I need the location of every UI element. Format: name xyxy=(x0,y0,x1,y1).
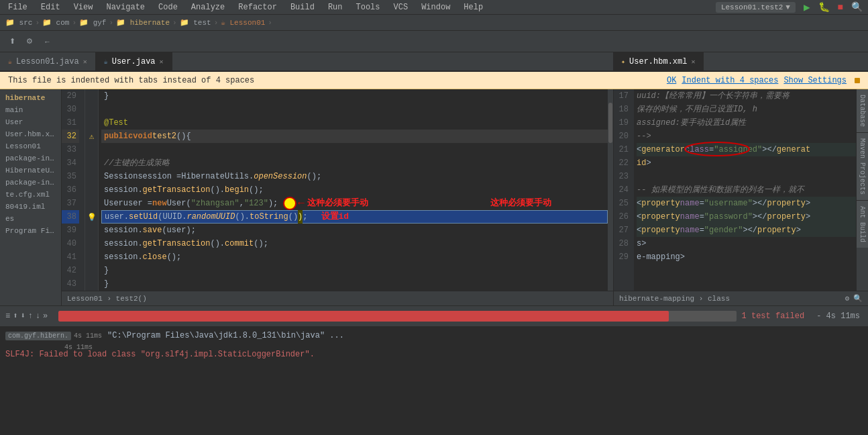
scroll-thumb[interactable] xyxy=(608,103,612,143)
menu-build[interactable]: Build xyxy=(288,1,317,13)
sidebar-item-es[interactable]: es xyxy=(0,213,61,225)
tab-user-hbm-label: User.hbm.xml xyxy=(629,57,687,66)
code-line-33 xyxy=(101,143,608,156)
breadcrumb-src[interactable]: 📁 src xyxy=(5,18,32,27)
code-line-34: //主键的生成策略 xyxy=(101,156,608,170)
ant-panel-label[interactable]: Ant Build xyxy=(857,201,868,248)
menu-window[interactable]: Window xyxy=(419,1,453,13)
java-icon-user: ☕ xyxy=(104,58,108,66)
status-result: 1 test failed - 4s 11ms xyxy=(742,311,868,321)
sidebar-item-lesson01[interactable]: Lesson01 xyxy=(0,140,61,152)
status-icon-1[interactable]: ≡ xyxy=(5,311,10,321)
toolbar-btn-3[interactable]: ← xyxy=(40,35,55,48)
status-icon-5[interactable]: ↓ xyxy=(36,311,40,321)
sidebar-item-program[interactable]: Program Files xyxy=(0,225,61,237)
xml-line-25: <property name="username"></property> xyxy=(637,197,856,210)
menu-tools[interactable]: Tools xyxy=(354,1,383,13)
code-line-41: session.close(); xyxy=(101,250,608,264)
menu-code[interactable]: Code xyxy=(156,1,180,13)
xml-editor[interactable]: 17 18 19 20 21 22 23 24 25 26 27 28 29 xyxy=(614,89,868,291)
console-time-1: 4s 11ms xyxy=(74,332,102,340)
breadcrumb-test[interactable]: 📁 test xyxy=(180,18,211,27)
status-icon-3[interactable]: ⬇ xyxy=(20,311,25,321)
indent-link[interactable]: Indent with 4 spaces xyxy=(682,76,778,85)
editor-scrollbar[interactable] xyxy=(608,89,613,291)
maven-panel-label[interactable]: Maven Projects xyxy=(857,133,868,201)
code-line-32: public void test2(){ xyxy=(101,130,608,143)
show-settings-link[interactable]: Show Settings xyxy=(783,76,847,85)
ok-link[interactable]: OK xyxy=(667,76,676,85)
console-area: com.gyf.hibern. 4s 11ms "C:\Program File… xyxy=(0,326,868,379)
xml-breadcrumb-text: hibernate-mapping › class xyxy=(619,295,730,303)
run-config-dropdown[interactable]: ▼ xyxy=(785,3,790,11)
project-sidebar: hibernate main User User.hbm.xml Lesson0… xyxy=(0,89,62,305)
xml-line-28: s> xyxy=(637,237,856,250)
toolbar: ⬆ ⚙ ← xyxy=(0,31,868,52)
tab-user-java[interactable]: ☕ User.java ✕ xyxy=(96,52,172,70)
code-content[interactable]: } @Test public void test2(){ xyxy=(99,89,608,291)
progress-bar xyxy=(58,311,736,322)
menu-analyze[interactable]: Analyze xyxy=(188,1,227,13)
sidebar-item-package-info2[interactable]: package-info.j xyxy=(0,177,61,189)
tab-lesson01-close[interactable]: ✕ xyxy=(83,58,87,66)
code-line-29: } xyxy=(101,89,608,103)
code-line-42: } xyxy=(101,264,608,277)
breadcrumb-gyf[interactable]: 📁 gyf xyxy=(79,18,106,27)
breadcrumb-lesson01[interactable]: ☕ Lesson01 xyxy=(221,18,265,27)
xml-line-26: <property name="password"></property> xyxy=(637,210,856,224)
line-numbers: 29 30 31 32 33 34 35 36 37 38 39 40 41 4… xyxy=(62,89,85,291)
menu-help[interactable]: Help xyxy=(461,1,486,13)
status-icon-4[interactable]: ↑ xyxy=(28,311,33,321)
test-result: 1 test failed xyxy=(742,311,813,321)
sidebar-item-hibernateutils[interactable]: HibernateUtils xyxy=(0,164,61,177)
breadcrumb-com[interactable]: 📁 com xyxy=(42,18,69,27)
console-label-1: com.gyf.hibern. xyxy=(5,332,71,340)
console-text-2: SLF4J: Failed to load class "org.slf4j.i… xyxy=(5,350,315,359)
menu-file[interactable]: File xyxy=(5,1,30,13)
xml-line-24: -- 如果模型的属性和数据库的列名一样，就不 xyxy=(637,183,856,197)
tab-user-hbm[interactable]: ✦ User.hbm.xml ✕ xyxy=(613,52,704,70)
stop-button[interactable]: ■ xyxy=(838,2,843,13)
tab-xml-close[interactable]: ✕ xyxy=(691,58,695,66)
xml-line-29: e-mapping> xyxy=(637,250,856,264)
sidebar-item-main[interactable]: main xyxy=(0,104,61,116)
xml-breadcrumb: hibernate-mapping › class ⚙ 🔍 xyxy=(614,291,868,305)
search-button[interactable]: 🔍 xyxy=(851,1,863,13)
sidebar-item-user[interactable]: User xyxy=(0,116,61,128)
console-line-2: SLF4J: Failed to load class "org.slf4j.i… xyxy=(5,348,863,361)
chinese-annotation-2: 设置id xyxy=(321,210,349,224)
debug-button[interactable]: 🐛 xyxy=(818,1,830,13)
xml-line-18: 保存的时候，不用自己设置ID, h xyxy=(637,103,856,116)
code-line-38: user.setUid(UUID.randomUUID().toString()… xyxy=(101,210,608,224)
menu-run[interactable]: Run xyxy=(325,1,345,13)
sidebar-item-cfg[interactable]: te.cfg.xml xyxy=(0,189,61,201)
run-button[interactable]: ▶ xyxy=(804,1,810,14)
sidebar-item-hibernate[interactable]: hibernate xyxy=(0,92,61,104)
menu-refactor[interactable]: Refactor xyxy=(235,1,280,13)
toolbar-btn-1[interactable]: ⬆ xyxy=(5,34,19,48)
status-icon-2[interactable]: ⬆ xyxy=(13,311,17,321)
tab-lesson01[interactable]: ☕ Lesson01.java ✕ xyxy=(0,52,96,70)
menu-edit[interactable]: Edit xyxy=(38,1,63,13)
test-time: - 4s 11ms xyxy=(816,311,860,321)
menu-view[interactable]: View xyxy=(71,1,96,13)
run-config-label: Lesson01.test2 xyxy=(721,3,783,11)
sidebar-item-iml[interactable]: 80419.iml xyxy=(0,201,61,213)
editor-breadcrumb-text: Lesson01 › test2() xyxy=(67,295,147,303)
xml-line-17: uuid:【经常常用】一个长字符串，需要将 xyxy=(637,89,856,103)
tab-user-close[interactable]: ✕ xyxy=(160,58,164,66)
breadcrumb-hibernate[interactable]: 📁 hibernate xyxy=(116,18,170,27)
menu-navigate[interactable]: Navigate xyxy=(103,1,148,13)
status-icon-6[interactable]: » xyxy=(43,311,48,321)
database-panel-label[interactable]: Database xyxy=(857,89,868,133)
menu-vcs[interactable]: VCS xyxy=(391,1,411,13)
java-icon-lesson01: ☕ xyxy=(8,58,12,66)
xml-search-icon[interactable]: 🔍 xyxy=(853,294,863,303)
xml-settings-icon[interactable]: ⚙ xyxy=(845,294,849,303)
sidebar-item-user-hbm[interactable]: User.hbm.xml xyxy=(0,128,61,140)
editor-tab-bar: ☕ Lesson01.java ✕ ☕ User.java ✕ xyxy=(0,52,613,71)
xml-line-19: assigned:要手动设置id属性 xyxy=(637,116,856,130)
sidebar-item-package-info[interactable]: package-info.j xyxy=(0,152,61,164)
toolbar-btn-2[interactable]: ⚙ xyxy=(22,34,37,48)
info-message: This file is indented with tabs instead … xyxy=(8,76,661,85)
